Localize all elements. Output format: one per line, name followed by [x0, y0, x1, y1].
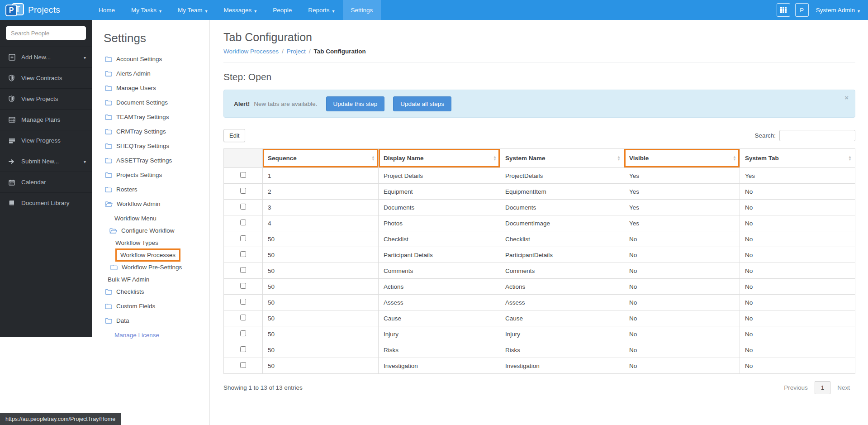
cell-sequence: 4 [263, 215, 379, 231]
tree-item-alerts-admin[interactable]: Alerts Admin [105, 70, 209, 77]
row-checkbox[interactable] [240, 267, 246, 273]
row-checkbox[interactable] [240, 346, 246, 352]
tree-item-manage-users[interactable]: Manage Users [105, 85, 209, 91]
cell-sequence: 50 [263, 279, 379, 295]
tree-item-configure-workflow[interactable]: Configure Workflow [105, 227, 209, 234]
nav-item-my-tasks[interactable]: My Tasks [123, 0, 170, 20]
column-header-system-tab[interactable]: System Tab [740, 149, 855, 168]
column-header-system-name[interactable]: System Name [500, 149, 624, 168]
sidebar-item-document-library[interactable]: Document Library [0, 192, 92, 213]
sidebar-item-view-projects[interactable]: View Projects [0, 88, 92, 109]
column-header-sequence[interactable]: Sequence [263, 149, 379, 168]
column-header-display-name[interactable]: Display Name [379, 149, 500, 168]
tree-item-label: Configure Workflow [121, 227, 175, 234]
cell-sequence: 50 [263, 231, 379, 247]
cell-sequence: 50 [263, 263, 379, 279]
cell-visible: No [624, 342, 740, 358]
table-search-input[interactable] [779, 130, 855, 141]
row-checkbox[interactable] [240, 220, 246, 225]
update-this-step-button[interactable]: Update this step [326, 96, 385, 111]
sidebar-item-calendar[interactable]: Calendar [0, 172, 92, 192]
tree-item-crmtray-settings[interactable]: CRMTray Settings [105, 128, 209, 135]
sidebar-item-view-contracts[interactable]: View Contracts [0, 67, 92, 88]
breadcrumb-project[interactable]: Project [287, 48, 306, 55]
nav-item-home[interactable]: Home [90, 0, 123, 20]
tree-item-bulk-wf-admin[interactable]: Bulk WF Admin [105, 276, 209, 283]
row-checkbox-cell [224, 247, 263, 263]
row-checkbox[interactable] [240, 251, 246, 257]
tree-item-assettray-settings[interactable]: ASSETTray Settings [105, 157, 209, 164]
nav-item-reports[interactable]: Reports [300, 0, 342, 20]
pagination-previous[interactable]: Previous [778, 382, 813, 394]
cell-visible: Yes [624, 200, 740, 215]
edit-button[interactable]: Edit [223, 129, 245, 142]
row-checkbox-cell [224, 168, 263, 184]
brand-link[interactable]: T P Projects [0, 3, 90, 17]
column-header-label: System Tab [745, 155, 779, 162]
tree-item-workflow-types[interactable]: Workflow Types [105, 239, 209, 246]
row-checkbox[interactable] [240, 235, 246, 241]
column-header-label: System Name [505, 155, 545, 162]
alert-close-icon[interactable]: × [844, 94, 849, 101]
pagination-page-1[interactable]: 1 [815, 381, 831, 394]
folder-icon [105, 85, 112, 91]
alert-message: New tabs are available. [254, 100, 317, 107]
cell-system-tab: No [740, 295, 855, 310]
sort-icon [733, 155, 736, 161]
nav-item-my-team[interactable]: My Team [170, 0, 216, 20]
apps-grid-button[interactable] [777, 3, 790, 17]
table-toolbar: Edit Search: [223, 129, 855, 142]
pagination: Previous 1 Next [778, 381, 855, 394]
nav-item-settings[interactable]: Settings [343, 0, 381, 20]
pagination-next[interactable]: Next [832, 382, 855, 394]
tree-item-label: Workflow Admin [117, 201, 161, 207]
user-menu-dropdown[interactable]: System Admin [816, 7, 860, 14]
tree-item-workflow-pre-settings[interactable]: Workflow Pre-Settings [105, 264, 209, 271]
row-checkbox[interactable] [240, 204, 246, 210]
tree-item-workflow-menu[interactable]: Workflow Menu [105, 215, 209, 222]
tree-item-workflow-admin[interactable]: Workflow Admin [105, 201, 209, 207]
tree-item-projects-settings[interactable]: Projects Settings [105, 172, 209, 178]
tree-item-data[interactable]: Data [105, 317, 209, 324]
cell-system-tab: No [740, 326, 855, 342]
breadcrumb-workflow-processes[interactable]: Workflow Processes [223, 48, 279, 55]
tree-item-document-settings[interactable]: Document Settings [105, 99, 209, 106]
folder-icon [105, 100, 112, 105]
row-checkbox[interactable] [240, 330, 246, 336]
column-header-visible[interactable]: Visible [624, 149, 740, 168]
sidebar-item-view-progress[interactable]: View Progress [0, 130, 92, 151]
sidebar-item-add-new[interactable]: Add New... [0, 47, 92, 67]
nav-item-people[interactable]: People [265, 0, 300, 20]
table-row: 50InjuryInjuryNoNo [224, 326, 855, 342]
search-people-input[interactable] [6, 26, 86, 40]
tree-item-custom-fields[interactable]: Custom Fields [105, 303, 209, 310]
cell-display-name: Comments [379, 263, 500, 279]
tree-item-account-settings[interactable]: Account Settings [105, 56, 209, 62]
row-checkbox[interactable] [240, 299, 246, 305]
nav-item-messages[interactable]: Messages [216, 0, 265, 20]
tree-item-workflow-processes[interactable]: Workflow Processes [105, 252, 209, 258]
table-row: 50ActionsActionsNoNo [224, 279, 855, 295]
row-checkbox-cell [224, 358, 263, 374]
row-checkbox-cell [224, 263, 263, 279]
cell-system-tab: No [740, 310, 855, 326]
row-checkbox-cell [224, 310, 263, 326]
folder-icon [105, 318, 112, 324]
showing-entries-text: Showing 1 to 13 of 13 entries [223, 384, 303, 391]
row-checkbox[interactable] [240, 172, 246, 178]
sidebar-item-submit-new[interactable]: Submit New... [0, 151, 92, 172]
tree-item-sheqtray-settings[interactable]: SHEQTray Settings [105, 143, 209, 149]
update-all-steps-button[interactable]: Update all steps [393, 96, 451, 111]
profile-p-button[interactable]: P [795, 3, 809, 17]
tree-item-checklists[interactable]: Checklists [105, 288, 209, 295]
tree-item-label: Workflow Types [115, 239, 158, 246]
row-checkbox[interactable] [240, 362, 246, 368]
row-checkbox[interactable] [240, 188, 246, 194]
tree-item-teamtray-settings[interactable]: TEAMTray Settings [105, 114, 209, 120]
row-checkbox[interactable] [240, 315, 246, 320]
tree-item-rosters[interactable]: Rosters [105, 186, 209, 193]
row-checkbox[interactable] [240, 283, 246, 289]
sidebar-item-manage-plans[interactable]: Manage Plans [0, 109, 92, 130]
tree-item-manage-license[interactable]: Manage License [105, 332, 209, 339]
folder-icon [105, 143, 112, 149]
